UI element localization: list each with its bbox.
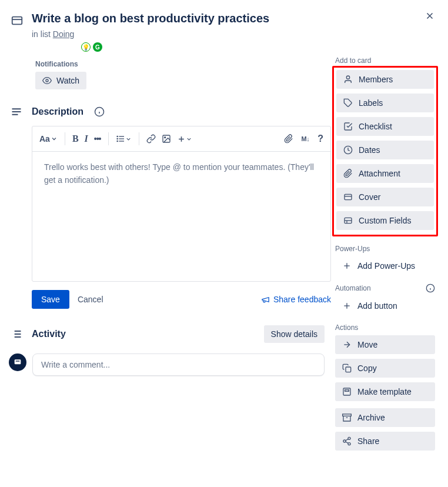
image-button[interactable] <box>162 134 171 144</box>
comment-input[interactable]: Write a comment... <box>32 353 325 376</box>
arrow-right-icon <box>342 340 352 349</box>
cover-icon <box>343 192 353 202</box>
bold-button[interactable]: B <box>72 134 79 144</box>
custom-fields-button[interactable]: Custom Fields <box>336 211 434 230</box>
share-button[interactable]: Share <box>335 432 435 451</box>
archive-icon <box>342 413 352 422</box>
text-style-button[interactable]: Aa <box>39 134 58 144</box>
svg-point-14 <box>117 141 118 141</box>
person-icon <box>343 75 353 84</box>
description-icon <box>11 106 24 118</box>
add-to-card-label: Add to card <box>335 56 435 65</box>
grammarly-badge-2[interactable]: G <box>93 42 102 52</box>
svg-point-27 <box>346 76 349 79</box>
members-button[interactable]: Members <box>336 70 434 89</box>
copy-button[interactable]: Copy <box>335 359 435 378</box>
move-button[interactable]: Move <box>335 335 435 354</box>
custom-fields-icon <box>343 216 353 225</box>
template-icon <box>342 387 352 396</box>
svg-point-48 <box>348 437 350 439</box>
svg-rect-43 <box>346 367 351 372</box>
link-icon <box>146 134 156 144</box>
svg-rect-5 <box>12 114 18 115</box>
eye-icon <box>42 76 52 85</box>
description-label: Description <box>32 106 83 117</box>
svg-point-50 <box>348 443 350 445</box>
card-title[interactable]: Write a blog on best productivity practi… <box>32 11 325 26</box>
extension-badges: 💡 G <box>11 42 325 52</box>
checklist-icon <box>343 122 353 131</box>
chevron-down-icon <box>186 136 192 142</box>
help-button[interactable]: ? <box>317 134 323 144</box>
svg-point-12 <box>117 136 118 136</box>
svg-line-52 <box>346 439 349 441</box>
copy-icon <box>342 363 352 373</box>
chevron-down-icon <box>51 135 58 142</box>
italic-button[interactable]: I <box>85 134 88 144</box>
add-power-ups-button[interactable]: Add Power-Ups <box>335 256 435 275</box>
automation-info-icon[interactable] <box>426 283 435 293</box>
insert-button[interactable] <box>177 135 192 144</box>
markdown-button[interactable]: M↓ <box>302 135 310 142</box>
card-list-info: in list Doing <box>32 29 325 39</box>
svg-rect-0 <box>12 17 22 25</box>
notifications-label: Notifications <box>35 60 325 68</box>
activity-icon <box>11 328 24 340</box>
add-automation-button[interactable]: Add button <box>335 296 435 315</box>
card-icon <box>11 14 24 27</box>
cancel-button[interactable]: Cancel <box>78 295 103 304</box>
paperclip-icon <box>284 134 293 144</box>
automation-label: Automation <box>335 284 371 292</box>
megaphone-icon <box>261 295 270 304</box>
actions-label: Actions <box>335 323 435 332</box>
dates-button[interactable]: Dates <box>336 141 434 159</box>
svg-rect-30 <box>345 194 352 199</box>
list-icon <box>116 134 125 144</box>
share-icon <box>342 436 352 446</box>
checklist-button[interactable]: Checklist <box>336 117 434 136</box>
svg-rect-45 <box>345 390 349 392</box>
info-icon[interactable] <box>94 106 105 117</box>
show-details-button[interactable]: Show details <box>264 325 325 343</box>
description-editor[interactable]: Aa B I ••• <box>32 126 331 282</box>
plus-icon <box>342 301 352 311</box>
description-textarea[interactable]: Trello works best with others! Type @ to… <box>32 152 330 281</box>
activity-label: Activity <box>32 329 66 339</box>
list-button[interactable] <box>116 134 132 144</box>
plus-icon <box>342 261 352 271</box>
save-button[interactable]: Save <box>32 290 69 309</box>
svg-point-13 <box>117 138 118 139</box>
attachment-sidebar-button[interactable]: Attachment <box>336 164 434 183</box>
labels-button[interactable]: Labels <box>336 94 434 112</box>
clock-icon <box>343 145 353 155</box>
svg-point-2 <box>46 79 48 82</box>
svg-rect-3 <box>12 108 21 109</box>
cover-button[interactable]: Cover <box>336 188 434 206</box>
user-avatar[interactable] <box>9 353 26 371</box>
grammarly-badge-1[interactable]: 💡 <box>81 42 91 52</box>
close-icon <box>424 11 435 21</box>
attachment-button[interactable] <box>284 134 293 144</box>
svg-line-51 <box>346 442 349 443</box>
archive-button[interactable]: Archive <box>335 408 435 427</box>
image-icon <box>162 134 171 144</box>
svg-point-49 <box>343 440 346 442</box>
add-to-card-highlight: Members Labels Checklist Dates Attachmen… <box>332 66 438 236</box>
svg-rect-26 <box>16 361 20 361</box>
chevron-down-icon <box>125 136 132 142</box>
share-feedback-link[interactable]: Share feedback <box>261 295 331 304</box>
power-ups-label: Power-Ups <box>335 245 435 253</box>
make-template-button[interactable]: Make template <box>335 382 435 401</box>
link-button[interactable] <box>146 134 156 144</box>
plus-icon <box>177 135 186 144</box>
paperclip-icon <box>343 169 353 178</box>
close-button[interactable] <box>424 11 435 21</box>
svg-rect-4 <box>12 111 21 112</box>
more-formatting-button[interactable]: ••• <box>94 134 101 144</box>
list-link[interactable]: Doing <box>53 29 75 39</box>
svg-point-16 <box>164 137 165 138</box>
editor-toolbar: Aa B I ••• <box>32 126 330 152</box>
svg-rect-25 <box>15 359 21 364</box>
svg-rect-46 <box>343 414 352 416</box>
watch-button[interactable]: Watch <box>35 72 86 89</box>
